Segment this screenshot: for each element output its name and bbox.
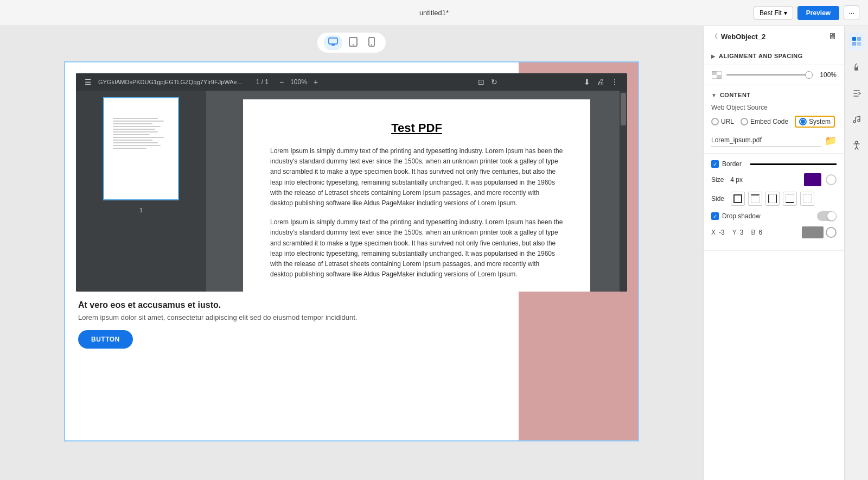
actions-icon[interactable] bbox=[848, 85, 865, 102]
content-section-header[interactable]: ▼ CONTENT bbox=[711, 92, 837, 98]
shadow-color-circle[interactable] bbox=[826, 227, 837, 238]
embed-code-radio-circle[interactable] bbox=[741, 118, 748, 125]
pdf-thumbnail[interactable] bbox=[103, 97, 179, 200]
source-radio-group: URL Embed Code System bbox=[711, 116, 837, 128]
device-mobile-button[interactable] bbox=[364, 35, 379, 50]
page-button[interactable]: BUTTON bbox=[78, 330, 133, 349]
panel-back-icon[interactable]: 《 bbox=[711, 32, 718, 41]
accessibility-icon[interactable] bbox=[848, 137, 865, 154]
file-path-input[interactable] bbox=[711, 134, 821, 147]
component-title: WebObject_2 bbox=[721, 33, 765, 41]
embed-code-radio-label: Embed Code bbox=[750, 118, 788, 125]
pdf-filename: GYGkIAMDsPKDUG1gpjEGTLGZQqg7YIr9FJpWAemO… bbox=[98, 79, 245, 85]
web-object-source-label: Web Object Source bbox=[711, 104, 837, 111]
side-row: Side bbox=[711, 192, 837, 206]
svg-rect-10 bbox=[857, 37, 861, 41]
pdf-scrollbar[interactable] bbox=[620, 91, 627, 292]
opacity-slider-thumb[interactable] bbox=[805, 71, 813, 79]
pdf-print-icon[interactable]: 🖨 bbox=[597, 78, 604, 86]
side-bottom-button[interactable] bbox=[783, 192, 797, 206]
shadow-y-label: Y bbox=[732, 229, 737, 236]
border-label: Border bbox=[722, 160, 742, 168]
device-desktop-button[interactable] bbox=[324, 35, 342, 50]
border-section: ✓ Border Size 4 px Side bbox=[704, 154, 844, 251]
panel-display-icon[interactable]: 🖥 bbox=[828, 31, 837, 41]
svg-rect-11 bbox=[852, 42, 856, 46]
best-fit-button[interactable]: Best Fit ▾ bbox=[754, 7, 793, 20]
properties-icon[interactable] bbox=[848, 33, 865, 50]
folder-icon[interactable]: 📁 bbox=[825, 135, 837, 147]
drop-shadow-checkbox-label: ✓ Drop shadow bbox=[711, 212, 761, 220]
pdf-scrollbar-thumb[interactable] bbox=[621, 93, 626, 125]
pdf-thumbnail-number: 1 bbox=[139, 207, 143, 213]
alignment-spacing-section[interactable]: ▶ ALIGNMENT AND SPACING bbox=[704, 47, 844, 65]
url-radio-circle[interactable] bbox=[711, 118, 719, 125]
system-radio-option[interactable]: System bbox=[795, 116, 835, 128]
pdf-zoom-level: 100% bbox=[290, 78, 307, 86]
shadow-b-value: 6 bbox=[758, 229, 762, 236]
shadow-x-label: X bbox=[711, 229, 716, 236]
pdf-download-icon[interactable]: ⬇ bbox=[584, 78, 590, 86]
content-expand-icon: ▼ bbox=[711, 92, 717, 98]
system-radio-circle[interactable] bbox=[799, 118, 807, 125]
svg-rect-6 bbox=[712, 71, 717, 75]
border-line-preview bbox=[750, 163, 837, 165]
svg-point-13 bbox=[853, 121, 856, 123]
svg-rect-12 bbox=[857, 42, 861, 46]
size-row: Size 4 px bbox=[711, 173, 837, 186]
svg-point-14 bbox=[858, 119, 860, 122]
page-canvas: ☰ GYGkIAMDsPKDUG1gpjEGTLGZQqg7YIr9FJpWAe… bbox=[64, 61, 639, 441]
document-title: untitled1* bbox=[419, 9, 449, 17]
file-input-row: 📁 bbox=[711, 134, 837, 147]
preview-button[interactable]: Preview bbox=[797, 6, 839, 20]
page-heading: At vero eos et accusamus et iusto. bbox=[78, 300, 625, 310]
side-top-button[interactable] bbox=[748, 192, 762, 206]
pdf-more-icon[interactable]: ⋮ bbox=[611, 78, 618, 86]
url-radio-label: URL bbox=[721, 118, 734, 125]
drop-shadow-checkbox[interactable]: ✓ bbox=[711, 212, 719, 220]
pdf-zoom-in-icon[interactable]: + bbox=[314, 78, 318, 86]
pdf-sidebar: 1 bbox=[76, 91, 206, 292]
url-radio-option[interactable]: URL bbox=[711, 118, 734, 125]
embed-code-radio-option[interactable]: Embed Code bbox=[741, 118, 788, 125]
device-tablet-button[interactable] bbox=[344, 35, 362, 50]
opacity-icon bbox=[711, 71, 722, 79]
check-icon: ✓ bbox=[713, 161, 717, 167]
border-checkbox[interactable]: ✓ bbox=[711, 160, 719, 168]
drop-shadow-toggle[interactable] bbox=[817, 211, 837, 221]
pdf-page: Test PDF Lorem Ipsum is simply dummy tex… bbox=[243, 99, 590, 292]
right-panel: 《 WebObject_2 🖥 ▶ ALIGNMENT AND SPACING … bbox=[703, 26, 844, 480]
chevron-down-icon: ▾ bbox=[784, 9, 787, 17]
pdf-zoom-out-icon[interactable]: − bbox=[279, 78, 284, 86]
svg-point-4 bbox=[371, 45, 372, 46]
touch-icon[interactable] bbox=[848, 59, 865, 76]
drop-shadow-label: Drop shadow bbox=[722, 212, 761, 220]
border-checkbox-label: ✓ Border bbox=[711, 160, 742, 168]
side-none-button[interactable] bbox=[800, 192, 814, 206]
shadow-color-swatch[interactable] bbox=[802, 226, 824, 238]
page-subtext: Lorem ipsum dolor sit amet, consectetur … bbox=[78, 313, 625, 321]
pdf-menu-icon[interactable]: ☰ bbox=[85, 78, 92, 86]
panel-header: 《 WebObject_2 🖥 bbox=[704, 26, 844, 47]
side-inner-button[interactable] bbox=[765, 192, 780, 206]
more-options-button[interactable]: ··· bbox=[844, 5, 859, 20]
top-bar: untitled1* Best Fit ▾ Preview ··· bbox=[0, 0, 868, 26]
pdf-fit-icon[interactable]: ⊡ bbox=[478, 78, 484, 86]
shadow-y-value: 3 bbox=[740, 229, 744, 236]
opacity-row: 100% bbox=[704, 65, 844, 85]
side-all-button[interactable] bbox=[731, 192, 745, 206]
page-content-below: At vero eos et accusamus et iusto. Lorem… bbox=[65, 292, 638, 357]
border-row: ✓ Border bbox=[711, 160, 837, 168]
music-icon[interactable] bbox=[848, 111, 865, 128]
main-layout: ☰ GYGkIAMDsPKDUG1gpjEGTLGZQqg7YIr9FJpWAe… bbox=[0, 26, 868, 480]
pdf-page-indicator: 1 / 1 bbox=[252, 78, 273, 86]
border-color-circle[interactable] bbox=[826, 174, 837, 185]
svg-point-15 bbox=[856, 141, 858, 143]
system-radio-label: System bbox=[809, 118, 831, 125]
alignment-expand-icon: ▶ bbox=[711, 53, 716, 59]
pdf-toolbar: ☰ GYGkIAMDsPKDUG1gpjEGTLGZQqg7YIr9FJpWAe… bbox=[76, 73, 627, 91]
pdf-rotate-icon[interactable]: ↻ bbox=[491, 78, 497, 86]
opacity-slider[interactable] bbox=[726, 74, 813, 75]
svg-rect-7 bbox=[717, 75, 722, 79]
border-color-swatch[interactable] bbox=[804, 173, 821, 186]
